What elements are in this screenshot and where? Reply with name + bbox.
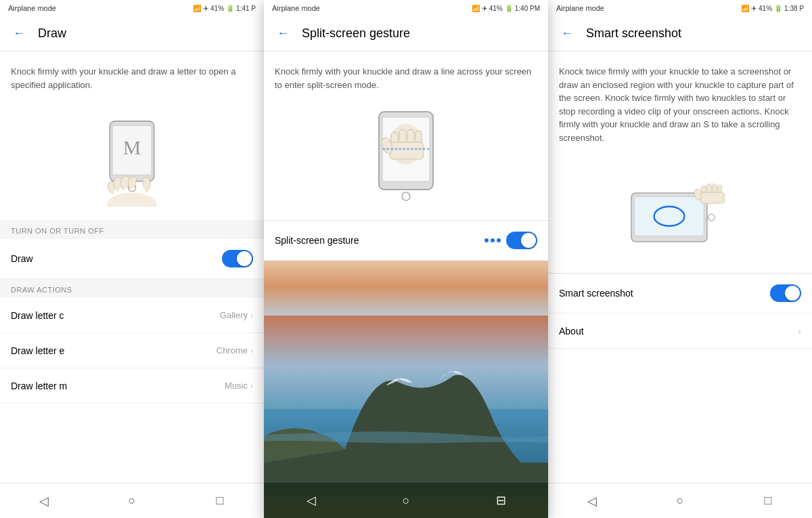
smart-screenshot-toggle[interactable] [770, 284, 801, 302]
chevron-right-icon-3: › [250, 381, 253, 391]
left-status-bar: Airplane mode 📶 ✈ 41% 🔋 1:41 P [0, 0, 264, 16]
middle-status-right: 📶 ✈ 41% 🔋 1:40 PM [472, 5, 540, 12]
left-illustration: M [0, 98, 264, 220]
about-label: About [559, 326, 584, 337]
middle-phone-illustration [352, 105, 460, 213]
draw-toggle[interactable] [222, 250, 253, 267]
left-signal-icon: 📶 [193, 5, 201, 12]
draw-letter-c-item[interactable]: Draw letter c Gallery › [0, 298, 264, 333]
left-content: Knock firmly with your knuckle and draw … [0, 51, 264, 483]
middle-back-button[interactable]: ← [275, 26, 291, 42]
mountain-svg [264, 316, 548, 483]
left-panel: Airplane mode 📶 ✈ 41% 🔋 1:41 P ← Draw Kn… [0, 0, 264, 518]
left-bottom-nav: ◁ ○ □ [0, 483, 264, 518]
left-phone-illustration: M [91, 112, 173, 207]
middle-home-nav[interactable]: ○ [391, 485, 421, 515]
right-time: 1:38 P [784, 5, 804, 12]
middle-battery-text: 41% [489, 5, 503, 12]
middle-panel: Airplane mode 📶 ✈ 41% 🔋 1:40 PM ← Split-… [264, 0, 548, 518]
chevron-right-icon-2: › [250, 346, 253, 355]
right-phone-illustration [626, 168, 734, 256]
draw-letter-e-item[interactable]: Draw letter e Chrome › [0, 333, 264, 368]
middle-back-nav[interactable]: ◁ [296, 485, 326, 515]
draw-toggle-label: Draw [11, 253, 33, 264]
right-back-nav[interactable]: ◁ [577, 486, 607, 516]
left-back-button[interactable]: ← [11, 26, 27, 42]
right-battery-text: 41% [759, 5, 772, 12]
left-battery-text: 41% [210, 5, 224, 12]
draw-letter-e-label: Draw letter e [11, 345, 64, 356]
svg-rect-11 [407, 129, 414, 143]
svg-point-7 [402, 192, 410, 200]
middle-battery-icon: 🔋 [505, 5, 513, 12]
split-screen-toggle-item: Split-screen gesture [264, 220, 548, 261]
split-screen-toggle-label: Split-screen gesture [275, 235, 359, 246]
left-home-nav[interactable]: ○ [117, 486, 147, 516]
left-wifi-icon: ✈ [203, 5, 208, 12]
svg-point-21 [708, 214, 715, 221]
right-status-mode: Airplane mode [556, 4, 604, 12]
draw-letter-m-item[interactable]: Draw letter m Music › [0, 368, 264, 404]
right-content: Knock twice firmly with your knuckle to … [548, 51, 812, 483]
middle-panel-top: Airplane mode 📶 ✈ 41% 🔋 1:40 PM ← Split-… [264, 0, 548, 261]
draw-letter-c-value: Gallery › [220, 310, 253, 320]
svg-point-4 [107, 192, 158, 207]
left-status-mode: Airplane mode [8, 4, 56, 12]
middle-recent-nav[interactable]: ⊟ [486, 485, 516, 515]
right-illustration [548, 151, 812, 273]
left-back-nav[interactable]: ◁ [29, 486, 59, 516]
dot-1 [484, 238, 489, 242]
middle-signal-icon: 📶 [472, 5, 480, 12]
svg-rect-27 [700, 192, 724, 203]
svg-rect-25 [713, 184, 717, 192]
right-back-button[interactable]: ← [559, 26, 575, 42]
right-wifi-icon: ✈ [751, 5, 757, 12]
about-chevron-icon: › [798, 325, 801, 337]
left-time: 1:41 P [236, 5, 256, 12]
svg-rect-26 [718, 185, 722, 192]
right-signal-icon: 📶 [741, 5, 749, 12]
draw-letter-m-value: Music › [225, 381, 253, 391]
svg-rect-10 [399, 129, 406, 143]
right-panel: Airplane mode 📶 ✈ 41% 🔋 1:38 P ← Smart s… [548, 0, 812, 518]
about-item[interactable]: About › [548, 314, 812, 349]
right-recent-nav[interactable]: □ [753, 486, 783, 516]
draw-letter-e-value: Chrome › [217, 345, 253, 355]
smart-screenshot-label: Smart screenshot [559, 288, 633, 299]
svg-rect-12 [415, 131, 422, 143]
right-top-bar: ← Smart screenshot [548, 16, 812, 51]
draw-toggle-item: Draw [0, 239, 264, 279]
middle-title: Split-screen gesture [302, 26, 410, 41]
middle-time: 1:40 PM [515, 5, 540, 12]
middle-status-bar: Airplane mode 📶 ✈ 41% 🔋 1:40 PM [264, 0, 548, 16]
left-top-bar: ← Draw [0, 16, 264, 51]
right-title: Smart screenshot [586, 26, 681, 41]
left-section-header-1: TURN ON OR TURN OFF [0, 220, 264, 239]
middle-top-bar: ← Split-screen gesture [264, 16, 548, 51]
right-home-nav[interactable]: ○ [665, 486, 695, 516]
right-status-bar: Airplane mode 📶 ✈ 41% 🔋 1:38 P [548, 0, 812, 16]
middle-landscape: ◁ ○ ⊟ [264, 261, 548, 518]
left-status-right: 📶 ✈ 41% 🔋 1:41 P [193, 5, 256, 12]
left-battery-icon: 🔋 [226, 5, 234, 12]
smart-screenshot-toggle-item: Smart screenshot [548, 273, 812, 314]
left-title: Draw [38, 26, 66, 41]
right-bottom-nav: ◁ ○ □ [548, 483, 812, 518]
middle-wifi-icon: ✈ [482, 5, 487, 12]
svg-rect-19 [635, 197, 704, 236]
chevron-right-icon: › [250, 311, 253, 320]
svg-rect-24 [707, 184, 711, 192]
right-status-right: 📶 ✈ 41% 🔋 1:38 P [741, 5, 804, 12]
dot-3 [497, 238, 501, 242]
left-description: Knock firmly with your knuckle and draw … [0, 51, 264, 98]
draw-letter-m-label: Draw letter m [11, 381, 67, 391]
left-recent-nav[interactable]: □ [205, 486, 235, 516]
draw-letter-c-label: Draw letter c [11, 310, 64, 321]
svg-text:M: M [123, 136, 141, 158]
left-section-header-2: DRAW ACTIONS [0, 279, 264, 298]
right-battery-icon: 🔋 [774, 5, 782, 12]
right-description: Knock twice firmly with your knuckle to … [548, 51, 812, 151]
middle-description: Knock firmly with your knuckle and draw … [264, 51, 548, 98]
svg-rect-13 [390, 142, 424, 159]
split-screen-toggle[interactable] [506, 232, 537, 249]
